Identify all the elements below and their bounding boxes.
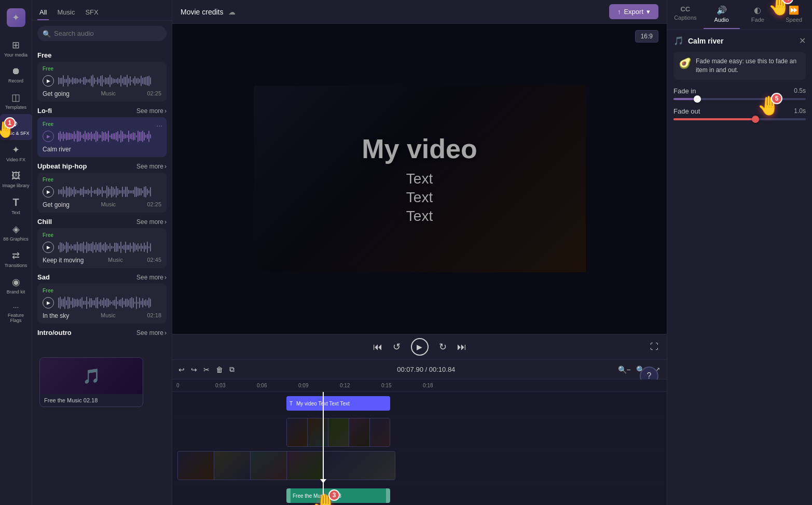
track-controls-km: ▶ (43, 240, 161, 255)
see-more-io[interactable]: See more › (136, 329, 167, 336)
fade-in-value: 0.5s (794, 87, 806, 94)
rp-tab-captions[interactable]: CC Captions (667, 0, 704, 29)
track-badge: Free (43, 66, 161, 72)
track-keep-moving[interactable]: Free ▶ Keep it moving Music 02:45 (37, 228, 167, 268)
play-button-cr[interactable]: ▶ (43, 131, 54, 142)
see-more-sad[interactable]: See more › (136, 274, 167, 281)
track-in-the-sky[interactable]: Free ▶ In the sky Music 02:18 (37, 284, 167, 324)
redo-button[interactable]: ↪ (191, 366, 197, 374)
track-name-cr: Calm river (43, 146, 71, 153)
track-get-going-1[interactable]: Free ▶ Get going Music 02:25 (37, 62, 167, 102)
audio-clip-handle-left[interactable] (286, 488, 291, 503)
fade-in-thumb[interactable] (694, 95, 701, 103)
track-badge-gg2: Free (43, 177, 161, 183)
play-button-gg2[interactable]: ▶ (43, 186, 54, 198)
music-icon: ♪ (13, 118, 18, 129)
zoom-out-button[interactable]: 🔍− (618, 366, 631, 374)
tab-sfx[interactable]: SFX (83, 5, 100, 20)
audio-tabs: All Music SFX (32, 0, 172, 21)
sidebar-item-transitions[interactable]: ⇄ Transitions (0, 246, 32, 272)
skip-forward-button[interactable]: ⏭ (457, 342, 466, 353)
image-library-icon: 🖼 (11, 171, 21, 181)
play-button-km[interactable]: ▶ (43, 242, 54, 253)
rp-tab-fade[interactable]: ◐ Fade 🤚 4 (740, 0, 776, 29)
speed-icon: ⏩ (789, 5, 799, 15)
rp-tab-speed[interactable]: ⏩ Speed (776, 0, 812, 29)
sidebar-item-text[interactable]: T Text (0, 192, 32, 219)
undo-button[interactable]: ↩ (178, 366, 185, 374)
app-logo[interactable]: ✦ (0, 4, 32, 31)
audio-track-row: Free the Music 02.18 🤚 3 (172, 482, 667, 505)
video-canvas: My video Text Text Text (254, 86, 586, 272)
waveform-its (58, 296, 161, 310)
sidebar-item-your-media[interactable]: ⊞ Your media (0, 35, 32, 62)
sidebar-label-video-fx: Video FX (6, 157, 25, 162)
audio-clip-label: Free the Music 02.18 (291, 493, 386, 499)
delete-button[interactable]: 🗑 (216, 366, 223, 374)
ruler-mark-15: 0:15 (381, 383, 391, 388)
timeline-content: 0 0:03 0:06 0:09 0:12 0:15 0:18 T My vid (172, 380, 667, 505)
section-upbeat: Upbeat hip-hop See more › (37, 162, 167, 170)
fade-out-slider[interactable]: 🤚 5 (673, 118, 806, 120)
see-more-upbeat[interactable]: See more › (136, 163, 167, 170)
more-options-btn[interactable]: ··· (156, 121, 162, 130)
video-clip[interactable] (286, 418, 390, 447)
right-panel-tabs: CC Captions 🔊 Audio ◐ Fade 🤚 4 ⏩ Speed (667, 0, 812, 30)
track-calm-river[interactable]: Free ··· ▶ Add to timeline Calm river 🤚 … (37, 117, 167, 157)
duplicate-button[interactable]: ⧉ (229, 365, 235, 374)
sidebar-item-video-fx[interactable]: ✦ Video FX (0, 140, 32, 166)
fade-out-row: Fade out 1.0s (673, 107, 806, 115)
see-more-lofi[interactable]: See more › (136, 107, 167, 115)
audio-clip-handle-right[interactable] (386, 488, 390, 503)
sidebar-item-music-sfx[interactable]: ♪ Music & SFX 🤚 1 (0, 114, 32, 140)
tip-box: 🥑 Fade made easy: use this to fade an it… (673, 52, 806, 80)
sidebar-item-graphics[interactable]: ◈ 88 Graphics (0, 219, 32, 246)
timeline-time: 00:07.90 / 00:10.84 (397, 366, 455, 373)
main-video-clip[interactable] (177, 451, 395, 480)
video-preview: 16:9 My video Text Text Text (172, 24, 667, 334)
fullscreen-button[interactable]: ⛶ (650, 342, 658, 352)
track-badge-cr: Free (43, 121, 161, 127)
fade-out-thumb[interactable]: 🤚 5 (752, 116, 759, 123)
time-separator: / (425, 366, 429, 373)
waveform-km (58, 240, 161, 255)
sidebar-item-templates[interactable]: ◫ Templates (0, 88, 32, 114)
sidebar-item-feature-flags[interactable]: ··· Feature Flags (0, 299, 32, 327)
sidebar-item-image-library[interactable]: 🖼 Image library (0, 166, 32, 192)
export-button[interactable]: ↑ Export ▾ (609, 4, 658, 19)
sidebar-label-graphics: 88 Graphics (3, 236, 29, 242)
close-button[interactable]: ✕ (799, 36, 806, 46)
text-clip[interactable]: T My video Text Text Text (286, 396, 390, 411)
tab-music[interactable]: Music (55, 5, 77, 20)
ftm-card[interactable]: 🎵 Free the Music 02.18 (39, 357, 143, 407)
sidebar-label-brand-kit: Brand kit (7, 289, 25, 294)
rp-tab-label-captions: Captions (674, 15, 696, 21)
skip-back-button[interactable]: ⏮ (373, 342, 382, 353)
music-note-icon: 🎵 (673, 36, 684, 46)
fade-in-slider[interactable] (673, 98, 806, 100)
track-controls-its: ▶ (43, 296, 161, 310)
audio-clip[interactable]: Free the Music 02.18 (286, 488, 390, 503)
rewind-button[interactable]: ↺ (393, 341, 401, 353)
sidebar-item-record[interactable]: ⏺ Record (0, 62, 32, 88)
waveform-cr (58, 129, 161, 144)
aspect-ratio-badge: 16:9 (635, 30, 658, 43)
play-button[interactable]: ▶ (43, 75, 54, 87)
play-pause-button[interactable]: ▶ (411, 338, 429, 356)
sidebar-item-brand-kit[interactable]: ◉ Brand kit (0, 272, 32, 299)
track-info-cr: Calm river (43, 146, 161, 153)
track-duration-gg2: 02:25 (147, 201, 161, 208)
forward-button[interactable]: ↻ (439, 341, 447, 353)
rp-tab-audio[interactable]: 🔊 Audio (704, 0, 740, 29)
play-button-its[interactable]: ▶ (43, 297, 54, 308)
track-info-km: Keep it moving Music 02:45 (43, 257, 161, 264)
text-track-row: T My video Text Text Text (172, 392, 667, 416)
waveform (58, 74, 161, 88)
rp-header: 🎵 Calm river ✕ (673, 36, 806, 46)
search-input[interactable] (37, 26, 167, 41)
cut-button[interactable]: ✂ (203, 366, 210, 374)
track-get-going-2[interactable]: Free ▶ Get going Music 02:25 (37, 173, 167, 213)
rp-tab-label-speed: Speed (786, 17, 802, 23)
tab-all[interactable]: All (37, 5, 49, 20)
see-more-chill[interactable]: See more › (136, 218, 167, 226)
